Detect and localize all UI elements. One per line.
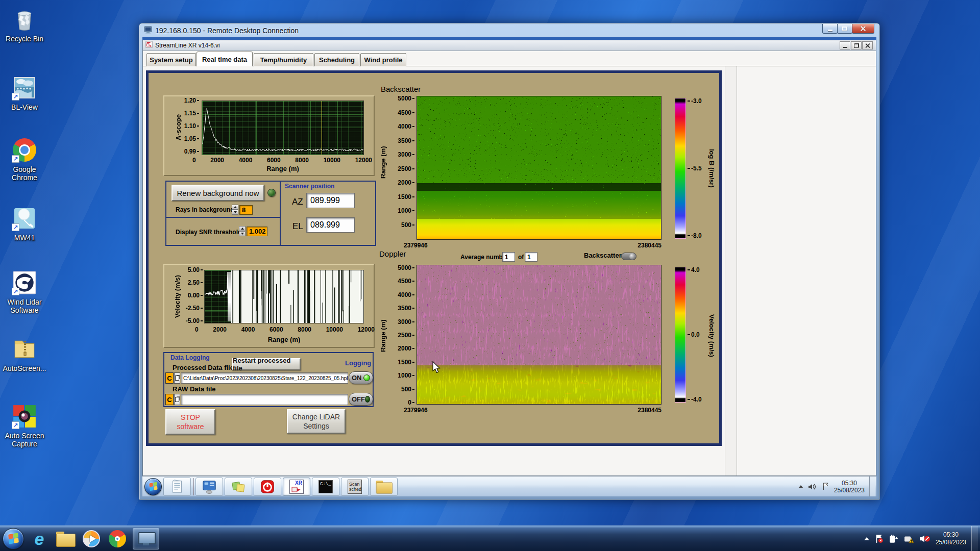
taskbar-separator [193,478,194,495]
close-icon [865,43,870,48]
snr-group: Display SNR threshold 1.002 [165,217,281,246]
backscatter-y-axis-label: Range (m) [379,134,387,190]
scanner-position-title: Scanner position [285,183,334,190]
doppler-colorbar [675,267,686,403]
tab-system-setup[interactable]: System setup [146,53,196,66]
rdp-window-title: 192.168.0.150 - Remote Desktop Connectio… [155,27,299,35]
rays-value-field[interactable]: 8 [239,205,253,215]
panel-scrollbar-track[interactable] [725,66,737,475]
rdp-maximize-button[interactable] [837,24,852,34]
rdp-close-button[interactable] [852,24,874,34]
stop-software-button[interactable]: STOPsoftware [165,409,215,435]
az-value-field[interactable]: 089.999 [306,193,355,208]
host-taskbar-internet-explorer[interactable]: e [29,528,50,549]
remote-taskbar: XR C:\_ Scansched [142,476,876,496]
host-taskbar-media-player[interactable] [81,528,102,549]
background-led-indicator [267,189,276,197]
host-tray-expand-icon[interactable] [864,537,869,540]
desktop-icon-label: Auto Screen Capture [1,432,48,448]
processed-drive-letter[interactable]: C [165,372,174,384]
tab-wind-profile[interactable]: Wind profile [360,53,406,66]
remote-taskbar-scan-scheduler[interactable]: Scansched [341,478,369,496]
doppler-heatmap [416,265,662,405]
remote-taskbar-explorer[interactable] [370,478,398,496]
backscatter-colorbar-label: log B (/m/sr) [708,114,716,223]
remote-show-desktop-button[interactable] [869,477,875,496]
remote-taskbar-sticky-notes[interactable] [225,478,252,496]
raw-data-file-label: RAW Data file [173,385,216,393]
velocity-plot-box: Velocity (m/s) 5.002.500.00-2.50-5.00 [163,264,375,348]
processed-logging-on-button[interactable]: ON [349,371,373,384]
shortcut-arrow-icon: ↗ [12,288,19,295]
raw-drive-letter[interactable]: C [165,394,174,405]
auto-screen-capture-icon: ↗ [11,403,38,430]
host-clock[interactable]: 05:30 25/08/2023 [936,531,966,546]
host-volume-muted-icon[interactable] [919,534,930,543]
host-show-desktop-button[interactable] [971,526,978,551]
host-taskbar-rdp-active[interactable] [133,528,159,549]
snr-value-field[interactable]: 1.002 [247,227,267,236]
rays-spinner[interactable] [232,205,238,215]
raw-logging-off-button[interactable]: OFF [349,393,373,406]
remote-tray-expand-icon[interactable] [798,485,803,488]
desktop-icon-wind-lidar[interactable]: ↗ Wind Lidar Software [0,269,49,314]
logging-label: Logging [345,359,371,367]
doppler-y-axis-label: Range (m) [379,308,387,364]
desktop-icon-autoscreen-zip[interactable]: AutoScreen... [0,336,49,372]
app-close-button[interactable] [862,41,873,49]
desktop-icon-google-chrome[interactable]: ↗ Google Chrome [0,137,49,182]
file-browse-icon[interactable] [174,372,180,384]
restart-processed-file-button[interactable]: Restart processed file [232,358,301,370]
wind-lidar-icon: ↗ [11,269,38,296]
rdp-titlebar[interactable]: 192.168.0.150 - Remote Desktop Connectio… [139,23,879,37]
app-minimize-button[interactable] [840,41,850,49]
tab-scheduling[interactable]: Scheduling [314,53,359,66]
change-lidar-settings-button[interactable]: Change LiDARSettings [287,409,346,434]
remote-taskbar-display-settings[interactable] [195,478,223,496]
remote-desktop-icon [138,532,154,545]
remote-taskbar-notepad[interactable] [163,478,191,496]
app-titlebar[interactable]: StreamLine XR v14-6.vi [143,40,876,51]
remote-start-button[interactable] [144,478,162,495]
desktop-icon-recycle-bin[interactable]: Recycle Bin [0,6,49,43]
snr-spinner[interactable] [239,226,246,236]
average-number-field[interactable]: 1 [502,252,515,262]
el-value-field[interactable]: 089.999 [306,217,355,233]
host-action-center-flag-icon[interactable] [874,534,884,543]
host-battery-warning-icon[interactable] [904,534,914,543]
renew-background-button[interactable]: Renew background now [172,185,264,201]
remote-taskbar-stop-app[interactable] [254,478,281,496]
remote-taskbar-command-prompt[interactable]: C:\_ [312,478,339,496]
processed-path-field[interactable]: C:\Lidar\Data\Proc\2023\202308\20230825\… [181,372,348,384]
tab-temp-humidity[interactable]: Temp/humidity [254,53,313,66]
remote-volume-icon[interactable] [808,483,817,490]
velocity-x-ticks: 020004000600080001000012000 [195,326,375,333]
average-total-field[interactable]: 1 [525,252,537,262]
doppler-title: Doppler [379,249,406,258]
windows-logo-icon [8,533,19,544]
backscatter-toggle[interactable] [621,253,636,260]
rdp-minimize-button[interactable] [822,24,838,34]
ascope-cursor[interactable] [322,101,322,155]
remote-action-center-flag-icon[interactable] [822,483,829,490]
desktop-icon-bl-view[interactable]: ↗ BL-View [0,74,49,111]
desktop-icon-mw41[interactable]: ↗ MW41 [0,205,49,242]
app-restore-button[interactable] [851,41,862,49]
host-start-button[interactable] [3,528,24,549]
folder-icon [56,532,75,546]
desktop-icon-label: AutoScreen... [3,364,46,372]
host-taskbar-explorer[interactable] [55,528,76,549]
raw-path-field[interactable] [181,394,348,405]
file-browse-icon[interactable] [174,394,180,405]
remote-taskbar-streamline-xr[interactable]: XR [283,478,310,496]
host-power-plug-icon[interactable] [889,534,899,543]
backscatter-colorbar-ticks: -3.0-5.5-8.0 [688,98,709,239]
tab-real-time-data[interactable]: Real time data [197,52,253,66]
desktop-icon-auto-screen-capture[interactable]: ↗ Auto Screen Capture [0,403,49,448]
ascope-y-ticks: 1.201.151.101.050.99 [180,97,199,155]
host-taskbar-chrome[interactable] [107,528,128,549]
bl-view-icon: ↗ [11,74,38,101]
app-vi-icon [145,41,153,50]
remote-clock[interactable]: 05:30 25/08/2023 [834,480,865,494]
app-content: System setup Real time data Temp/humidit… [143,51,876,475]
